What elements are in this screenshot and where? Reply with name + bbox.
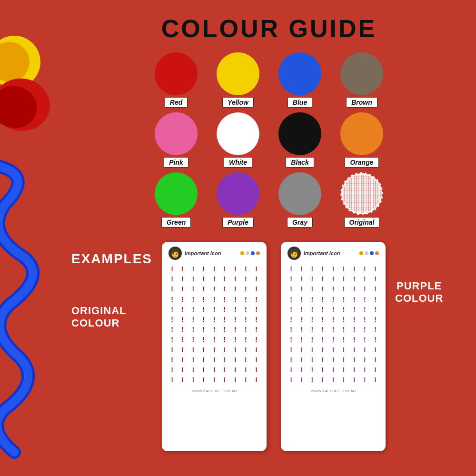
exclamation-mark: ! (231, 295, 240, 304)
exclamation-mark: ! (371, 325, 380, 334)
exclamation-mark: ! (297, 305, 306, 314)
colour-label-yellow: Yellow (222, 97, 254, 108)
exclamation-mark: ! (307, 305, 317, 314)
sheet-footer-purple: WWW.KAEEBLE.COM.AU (286, 389, 381, 393)
exclamation-mark: ! (307, 275, 317, 283)
exclamation-mark: ! (231, 346, 240, 354)
exclamation-mark: ! (371, 265, 380, 273)
exclamation-mark: ! (360, 305, 369, 314)
main-content: COLOUR GUIDE RedYellowBlueBrownPinkWhite… (71, 14, 466, 451)
examples-section: EXAMPLES ORIGINALCOLOUR 🧑 Important Icon… (71, 242, 466, 451)
exclamation-mark: ! (328, 325, 337, 334)
exclamation-mark: ! (350, 376, 359, 384)
exclamation-mark: ! (178, 285, 187, 293)
exclamation-mark: ! (339, 346, 348, 354)
exclamation-mark: ! (350, 346, 359, 354)
exclamation-mark: ! (318, 325, 327, 334)
exclamation-mark: ! (350, 275, 359, 283)
exclamation-mark: ! (178, 325, 187, 334)
exclamation-mark: ! (241, 295, 250, 304)
exclamation-mark: ! (252, 295, 261, 304)
exclamation-mark: ! (199, 265, 208, 273)
exclamation-mark: ! (287, 325, 296, 334)
exclamation-mark: ! (199, 366, 208, 374)
exclamation-mark: ! (199, 335, 208, 344)
exclamation-mark: ! (371, 356, 380, 364)
exclamation-mark: ! (339, 366, 348, 374)
exclamation-mark: ! (168, 376, 177, 384)
exclamation-mark: ! (371, 295, 380, 304)
exclamation-mark: ! (188, 295, 198, 304)
colour-label-gray: Gray (287, 217, 313, 228)
exclamation-mark: ! (350, 295, 359, 304)
exclamation-mark: ! (318, 295, 327, 304)
exclamation-mark: ! (360, 335, 369, 344)
exclamation-mark: ! (178, 346, 187, 354)
exclamation-mark: ! (307, 356, 317, 364)
exclamation-mark: ! (178, 376, 187, 384)
exclamation-mark: ! (297, 315, 306, 324)
exclamation-mark: ! (307, 325, 317, 334)
exclamation-mark: ! (209, 275, 218, 283)
exclamation-mark: ! (297, 275, 306, 283)
exclamation-mark: ! (168, 285, 177, 293)
exclamation-mark: ! (252, 376, 261, 384)
exclamation-mark: ! (178, 275, 187, 283)
exclamation-mark: ! (209, 265, 218, 273)
svg-point-1 (0, 36, 35, 88)
exclamation-mark: ! (297, 356, 306, 364)
exclamation-mark: ! (188, 315, 198, 324)
exclamation-mark: ! (231, 335, 240, 344)
colour-item-purple: Purple (212, 172, 264, 228)
exclamation-mark: ! (241, 356, 250, 364)
exclamation-mark: ! (350, 356, 359, 364)
exclamation-mark: ! (297, 295, 306, 304)
exclamation-mark: ! (178, 315, 187, 324)
colour-item-blue: Blue (274, 52, 326, 108)
colour-item-orange: Orange (336, 112, 388, 168)
purple-caption: PURPLECOLOUR (395, 280, 443, 305)
exclamation-mark: ! (287, 366, 296, 374)
exclamation-mark: ! (188, 335, 198, 344)
sticker-header-purple: 🧑 Important Icon (286, 247, 381, 260)
exclamation-mark: ! (220, 366, 229, 374)
exclamation-mark: ! (188, 356, 198, 364)
exclamation-mark: ! (168, 325, 177, 334)
exclamation-mark: ! (209, 305, 218, 314)
colour-item-red: Red (150, 52, 202, 108)
exclamation-mark: ! (318, 346, 327, 354)
exclamation-mark: ! (318, 275, 327, 283)
exclamation-mark: ! (318, 315, 327, 324)
exclamation-mark: ! (339, 305, 348, 314)
exclamation-mark: ! (168, 295, 177, 304)
exclamation-mark: ! (241, 285, 250, 293)
colour-label-brown: Brown (346, 97, 377, 108)
exclamation-mark: ! (339, 335, 348, 344)
exclamation-mark: ! (297, 376, 306, 384)
exclamation-mark: ! (199, 315, 208, 324)
exclamation-mark: ! (360, 366, 369, 374)
exclamation-mark: ! (209, 356, 218, 364)
exclamation-mark: ! (328, 346, 337, 354)
exclamation-mark: ! (199, 305, 208, 314)
exclamation-mark: ! (199, 356, 208, 364)
exclamation-mark: ! (178, 356, 187, 364)
exclamation-mark: ! (231, 305, 240, 314)
colour-grid: RedYellowBlueBrownPinkWhiteBlackOrangeGr… (71, 52, 466, 228)
exclamation-mark: ! (252, 275, 261, 283)
exclamation-mark: ! (328, 295, 337, 304)
exclamation-mark: ! (328, 315, 337, 324)
colour-circle-gray (278, 172, 321, 215)
sticker-avatar-purple: 🧑 (288, 247, 301, 260)
exclamation-mark: ! (231, 265, 240, 273)
sticker-sheet-original: 🧑 Important Icon !!!!!!!!!!!!!!!!!!!!!!!… (162, 242, 267, 451)
exclamation-mark: ! (168, 275, 177, 283)
exclamation-mark: ! (241, 305, 250, 314)
exclamation-mark: ! (199, 275, 208, 283)
svg-point-2 (0, 74, 54, 135)
exclamation-mark: ! (307, 366, 317, 374)
exclamation-mark: ! (360, 275, 369, 283)
colour-item-original: Original (336, 172, 388, 228)
exclamation-mark: ! (307, 335, 317, 344)
sheet-footer-original: WWW.KAEEBLE.COM.AU (167, 389, 262, 393)
